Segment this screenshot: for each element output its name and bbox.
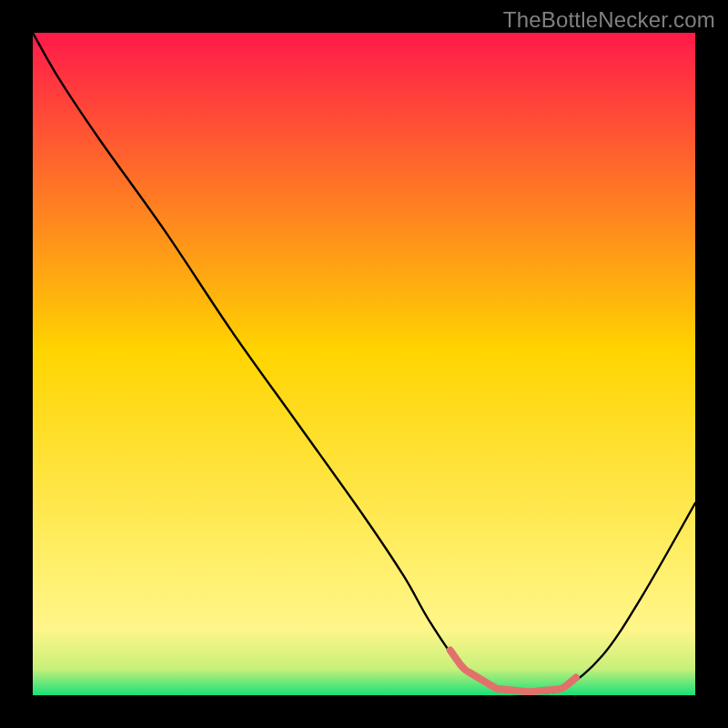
gradient-background [33,33,695,695]
bottleneck-chart [33,33,695,695]
chart-frame: TheBottleNecker.com [0,0,728,728]
attribution-watermark: TheBottleNecker.com [503,7,715,33]
